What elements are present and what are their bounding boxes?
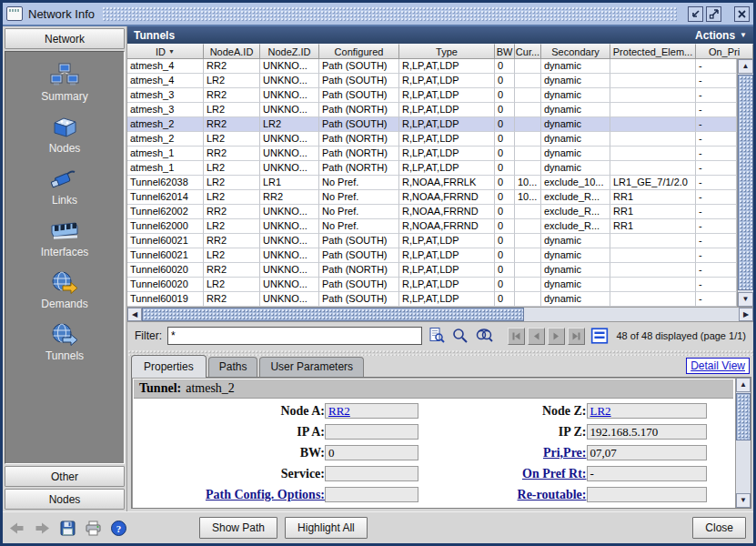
node-a-link[interactable]: RR2: [328, 404, 350, 419]
detail-view-link[interactable]: Detail View: [686, 358, 750, 374]
scroll-right-button[interactable]: ▶: [739, 308, 753, 321]
highlight-all-button[interactable]: Highlight All: [285, 517, 368, 539]
table-row[interactable]: Tunnel60019RR2UNKNO...Path (SOUTH)R,LP,A…: [127, 292, 737, 307]
tab-user-parameters[interactable]: User Parameters: [259, 357, 364, 377]
iconify-button[interactable]: [688, 6, 703, 22]
table-row[interactable]: atmesh_4LR2UNKNO...Path (SOUTH)R,LP,AT,L…: [127, 74, 737, 88]
table-cell: atmesh_3: [127, 103, 204, 117]
last-page-button[interactable]: [568, 328, 585, 345]
on-pref-rt-link[interactable]: On Pref Rt:: [434, 467, 587, 481]
table-row[interactable]: Tunnel60020LR2UNKNO...Path (SOUTH)R,LP,A…: [127, 278, 737, 292]
back-arrow-icon[interactable]: [8, 520, 25, 537]
table-row[interactable]: Tunnel60021LR2UNKNO...Path (SOUTH)R,LP,A…: [127, 248, 737, 263]
table-row[interactable]: Tunnel62002RR2UNKNO...No Pref.R,NOAA,FRR…: [127, 205, 737, 219]
table-vertical-scrollbar[interactable]: ▲ ▼: [737, 59, 753, 307]
field-label-service: Service:: [132, 467, 325, 481]
table-cell: atmesh_4: [127, 74, 204, 88]
table-cell: RR1: [610, 219, 696, 234]
table-row[interactable]: Tunnel62038LR2LR1No Pref.R,NOAA,FRRLK010…: [127, 176, 737, 190]
cutoff-row: Type: R,LP,AT,LDP: [132, 505, 735, 508]
table-horizontal-scrollbar[interactable]: ◀ ▶: [127, 307, 753, 322]
search-again-button[interactable]: [475, 327, 493, 345]
table-row[interactable]: atmesh_1RR2UNKNO...Path (NORTH)R,LP,AT,L…: [127, 147, 737, 161]
sidebar-item-demands[interactable]: Demands: [5, 270, 124, 310]
table-cell: Tunnel60020: [127, 278, 204, 292]
pri-pre-link[interactable]: Pri,Pre:: [434, 446, 587, 460]
scroll-up-button[interactable]: ▲: [736, 378, 751, 392]
table-cell: Tunnel62014: [127, 190, 204, 205]
scroll-down-button[interactable]: ▼: [738, 292, 753, 307]
table-options-button[interactable]: [590, 327, 609, 345]
sidebar-group-nodes-button[interactable]: Nodes: [5, 489, 125, 510]
sidebar-item-tunnels[interactable]: Tunnels: [5, 322, 124, 362]
table-row[interactable]: atmesh_1LR2UNKNO...Path (NORTH)R,LP,AT,L…: [127, 161, 737, 176]
table-cell: LR2: [204, 132, 260, 147]
search-button[interactable]: [451, 327, 469, 345]
column-header-configured[interactable]: Configured: [319, 44, 399, 58]
sidebar-item-summary[interactable]: Summary: [5, 63, 124, 103]
table-row[interactable]: Tunnel62000LR2UNKNO...No Pref.R,NOAA,FRR…: [127, 219, 737, 234]
scrollbar-thumb[interactable]: [738, 75, 753, 290]
column-header-bw[interactable]: BW: [495, 44, 515, 58]
tab-properties[interactable]: Properties: [131, 355, 207, 378]
table-row[interactable]: Tunnel60021RR2UNKNO...Path (SOUTH)R,LP,A…: [127, 234, 737, 248]
field-node-a: RR2: [325, 403, 418, 419]
column-header-cur[interactable]: Cur...: [515, 44, 541, 58]
next-page-button[interactable]: [548, 328, 565, 345]
table-cell: [515, 59, 541, 74]
help-icon[interactable]: ?: [110, 520, 127, 537]
column-header-id[interactable]: ID▼: [127, 44, 204, 58]
column-header-protected-elem[interactable]: Protected_Elem...: [610, 44, 696, 58]
properties-vertical-scrollbar[interactable]: ▲ ▼: [735, 378, 751, 508]
table-row[interactable]: atmesh_3RR2UNKNO...Path (SOUTH)R,LP,AT,L…: [127, 88, 737, 103]
sidebar-group-other-button[interactable]: Other: [5, 466, 125, 487]
column-header-type[interactable]: Type: [399, 44, 495, 58]
scroll-down-button[interactable]: ▼: [736, 493, 751, 508]
column-header-on-pri[interactable]: On_Pri: [696, 44, 753, 58]
table-row[interactable]: atmesh_2RR2LR2Path (SOUTH)R,LP,AT,LDP0dy…: [127, 117, 737, 132]
sidebar-item-nodes[interactable]: Nodes: [5, 115, 124, 155]
previous-page-button[interactable]: [528, 328, 545, 345]
path-config-options-link[interactable]: Path Config. Options:: [132, 488, 325, 502]
table-cell: dynamic: [541, 88, 610, 103]
column-header-secondary[interactable]: Secondary: [541, 44, 610, 58]
sidebar-item-links[interactable]: Links: [5, 167, 124, 207]
filter-input[interactable]: [167, 327, 422, 345]
scroll-left-button[interactable]: ◀: [127, 308, 142, 321]
field-ip-z: 192.168.5.170: [587, 424, 707, 440]
forward-arrow-icon[interactable]: [34, 520, 51, 537]
node-z-link[interactable]: LR2: [590, 404, 611, 419]
tab-paths[interactable]: Paths: [208, 357, 258, 377]
column-header-nodez[interactable]: NodeZ.ID: [260, 44, 319, 58]
advanced-filter-button[interactable]: [428, 327, 446, 345]
show-path-button[interactable]: Show Path: [199, 517, 277, 539]
actions-menu-button[interactable]: Actions ▼: [695, 29, 747, 42]
scrollbar-thumb[interactable]: [736, 393, 751, 440]
table-row[interactable]: atmesh_3LR2UNKNO...Path (NORTH)R,LP,AT,L…: [127, 103, 737, 117]
table-row[interactable]: Tunnel60020RR2UNKNO...Path (NORTH)R,LP,A…: [127, 263, 737, 278]
column-header-nodea[interactable]: NodeA.ID: [204, 44, 260, 58]
table-cell: Path (NORTH): [319, 263, 399, 278]
save-icon[interactable]: [59, 520, 76, 537]
print-icon[interactable]: [85, 520, 102, 537]
first-page-button[interactable]: [508, 328, 525, 345]
table-cell: [515, 161, 541, 176]
table-cell: UNKNO...: [260, 132, 319, 147]
table-row[interactable]: Tunnel62014LR2RR2No Pref.R,NOAA,FRRND010…: [127, 190, 737, 205]
maximize-button[interactable]: [706, 6, 721, 22]
scrollbar-thumb[interactable]: [142, 308, 524, 321]
table-row[interactable]: atmesh_2LR2UNKNO...Path (NORTH)R,LP,AT,L…: [127, 132, 737, 147]
title-bar[interactable]: Network Info: [3, 3, 753, 26]
sidebar-group-network-button[interactable]: Network: [5, 28, 125, 49]
table-cell: [515, 248, 541, 263]
close-dialog-button[interactable]: Close: [692, 517, 746, 539]
table-cell: -: [696, 219, 737, 234]
close-button[interactable]: [734, 6, 750, 22]
re-routable-link[interactable]: Re-routable:: [434, 488, 587, 502]
table-cell: R,LP,AT,LDP: [399, 248, 495, 263]
sidebar-item-interfaces[interactable]: Interfaces: [5, 218, 124, 258]
search-icon: [451, 327, 469, 345]
table-row[interactable]: atmesh_4RR2UNKNO...Path (SOUTH)R,LP,AT,L…: [127, 59, 737, 74]
scroll-up-button[interactable]: ▲: [738, 59, 753, 74]
table-cell: -: [696, 176, 737, 190]
